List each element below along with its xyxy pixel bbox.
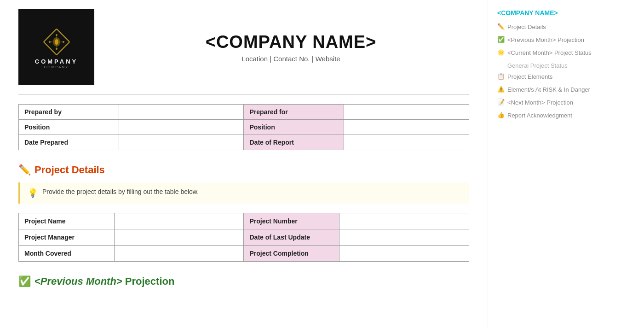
header-divider — [18, 94, 469, 95]
project-name-value[interactable] — [114, 213, 244, 229]
logo-company-text: COMPANY — [35, 58, 78, 65]
company-info: Location | Contact No. | Website — [113, 55, 469, 63]
table-row: Project Manager Date of Last Update — [19, 229, 469, 246]
tip-text: Provide the project details by filling o… — [42, 188, 199, 195]
table-row: Date Prepared Date of Report — [19, 135, 469, 150]
sidebar-item-acknowledgment[interactable]: 👍 Report Acknowledgment — [497, 111, 607, 120]
prev-month-heading: ✅ <Previous Month> Projection — [18, 275, 469, 287]
tip-box: 💡 Provide the project details by filling… — [18, 182, 469, 204]
position-value[interactable] — [119, 120, 244, 135]
sidebar-acknowledgment-label: Report Acknowledgment — [507, 111, 572, 120]
position-for-value[interactable] — [344, 120, 469, 135]
company-title-block: <COMPANY NAME> Location | Contact No. | … — [113, 32, 469, 63]
svg-point-8 — [63, 41, 64, 43]
table-row: Project Name Project Number — [19, 213, 469, 229]
prepared-by-label: Prepared by — [19, 105, 119, 120]
project-manager-value[interactable] — [114, 229, 244, 246]
position-label: Position — [19, 120, 119, 135]
table-row: Month Covered Project Completion — [19, 246, 469, 262]
project-number-value[interactable] — [339, 213, 469, 229]
date-last-update-value[interactable] — [339, 229, 469, 246]
tip-icon: 💡 — [28, 188, 38, 198]
project-details-heading: ✏️ Project Details — [18, 164, 469, 176]
project-number-label: Project Number — [244, 213, 339, 229]
position-for-label: Position — [244, 120, 344, 135]
project-details-title: Project Details — [34, 164, 105, 176]
sidebar-current-month-label: <Current Month> Project Status — [507, 49, 592, 57]
project-name-label: Project Name — [19, 213, 115, 229]
date-prepared-label: Date Prepared — [19, 135, 119, 150]
prepared-by-value[interactable] — [119, 105, 244, 120]
sidebar-project-elements-label: Project Elements — [507, 73, 552, 81]
prev-month-emoji: ✅ — [18, 275, 31, 287]
sidebar: <COMPANY NAME> ✏️ Project Details ✅ <Pre… — [488, 0, 616, 328]
header: COMPANY COMPANY <COMPANY NAME> Location … — [18, 9, 469, 85]
logo-icon — [40, 26, 73, 58]
sidebar-company-name[interactable]: <COMPANY NAME> — [497, 9, 607, 17]
cover-table: Prepared by Prepared for Position Positi… — [18, 104, 469, 150]
project-manager-label: Project Manager — [19, 229, 115, 246]
table-row: Position Position — [19, 120, 469, 135]
table-row: Prepared by Prepared for — [19, 105, 469, 120]
prepared-for-label: Prepared for — [244, 105, 344, 120]
main-content: COMPANY COMPANY <COMPANY NAME> Location … — [0, 0, 488, 328]
svg-point-4 — [55, 39, 58, 45]
sidebar-item-next-month[interactable]: 📝 <Next Month> Projection — [497, 99, 607, 107]
month-covered-value[interactable] — [114, 246, 244, 262]
sidebar-prev-month-label: <Previous Month> Projection — [507, 36, 584, 44]
sidebar-sub-general-status[interactable]: General Project Status — [507, 62, 607, 69]
logo-sub-text: COMPANY — [44, 65, 69, 69]
sidebar-item-current-month[interactable]: 🌟 <Current Month> Project Status — [497, 49, 607, 57]
sidebar-item-prev-month[interactable]: ✅ <Previous Month> Projection — [497, 36, 607, 44]
pencil-icon: ✏️ — [497, 23, 505, 30]
project-details-emoji: ✏️ — [18, 164, 31, 176]
sidebar-general-status-label: General Project Status — [507, 62, 568, 69]
sidebar-item-project-elements[interactable]: 📋 Project Elements — [497, 73, 607, 81]
sidebar-item-project-details[interactable]: ✏️ Project Details — [497, 23, 607, 31]
project-completion-label: Project Completion — [244, 246, 339, 262]
sidebar-item-at-risk[interactable]: ⚠️ Element/s At RISK & In Danger — [497, 86, 607, 94]
svg-point-6 — [56, 48, 58, 50]
svg-point-7 — [49, 41, 51, 43]
warning-icon: ⚠️ — [497, 86, 505, 93]
star-icon: 🌟 — [497, 49, 505, 56]
project-completion-value[interactable] — [339, 246, 469, 262]
checkbox-icon: ✅ — [497, 36, 505, 43]
svg-point-5 — [56, 34, 58, 36]
sidebar-next-month-label: <Next Month> Projection — [507, 99, 573, 107]
project-details-table: Project Name Project Number Project Mana… — [18, 213, 469, 262]
date-of-report-label: Date of Report — [244, 135, 344, 150]
notepad-icon: 📝 — [497, 99, 505, 105]
prepared-for-value[interactable] — [344, 105, 469, 120]
date-last-update-label: Date of Last Update — [244, 229, 339, 246]
month-covered-label: Month Covered — [19, 246, 115, 262]
sidebar-at-risk-label: Element/s At RISK & In Danger — [507, 86, 590, 94]
date-of-report-value[interactable] — [344, 135, 469, 150]
prev-month-italic: Previous Month — [40, 275, 116, 287]
company-name-heading: <COMPANY NAME> — [113, 32, 469, 52]
logo-box: COMPANY COMPANY — [18, 9, 94, 85]
prev-month-title: <Previous Month> Projection — [34, 275, 174, 287]
thumbsup-icon: 👍 — [497, 111, 505, 118]
date-prepared-value[interactable] — [119, 135, 244, 150]
sidebar-project-details-label: Project Details — [507, 23, 546, 31]
clipboard-icon: 📋 — [497, 73, 505, 80]
